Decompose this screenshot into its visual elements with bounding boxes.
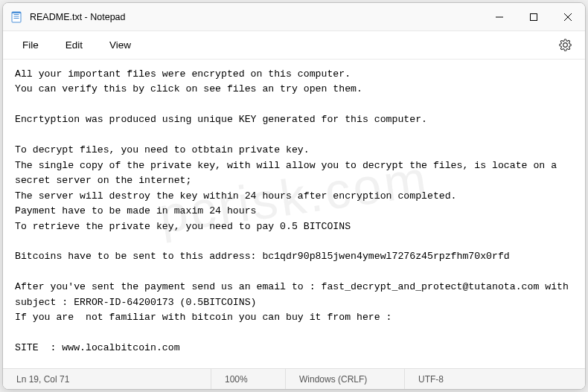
menu-file[interactable]: File (9, 35, 52, 55)
window-controls (482, 3, 585, 30)
svg-rect-0 (12, 12, 21, 22)
menu-edit[interactable]: Edit (52, 35, 96, 55)
status-encoding: UTF-8 (405, 369, 585, 389)
svg-rect-6 (531, 13, 537, 20)
settings-button[interactable] (552, 34, 579, 56)
title-bar: README.txt - Notepad (3, 3, 585, 31)
notepad-window: README.txt - Notepad File Edit View All … (2, 2, 586, 390)
notepad-icon (10, 11, 22, 23)
status-position: Ln 19, Col 71 (3, 369, 211, 389)
status-eol: Windows (CRLF) (286, 369, 405, 389)
svg-rect-4 (12, 12, 21, 13)
gear-icon (559, 39, 572, 51)
maximize-button[interactable] (517, 3, 551, 30)
menu-bar: File Edit View (3, 31, 585, 60)
close-button[interactable] (551, 3, 585, 30)
status-zoom: 100% (211, 369, 286, 389)
text-area[interactable]: All your important files were encrypted … (3, 60, 585, 368)
status-bar: Ln 19, Col 71 100% Windows (CRLF) UTF-8 (3, 368, 585, 389)
window-title: README.txt - Notepad (30, 12, 126, 22)
menu-view[interactable]: View (96, 35, 144, 55)
minimize-button[interactable] (482, 3, 517, 30)
